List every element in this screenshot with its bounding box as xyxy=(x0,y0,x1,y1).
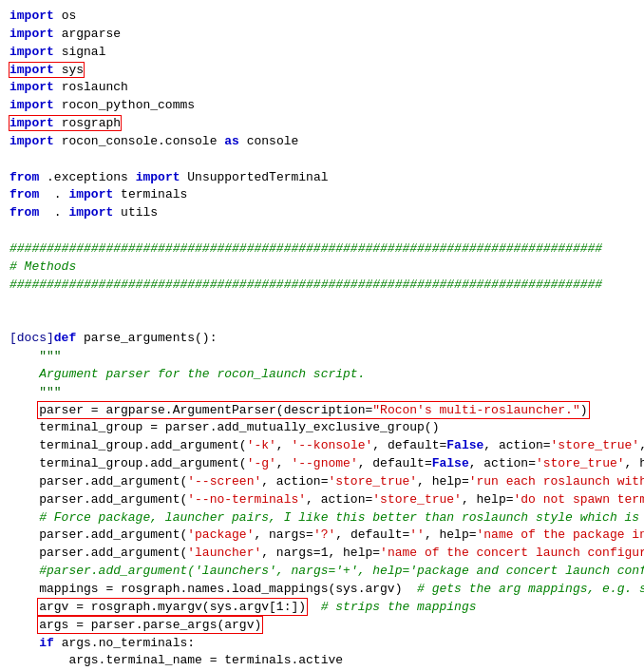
line-4: import sys xyxy=(9,62,635,80)
boxed-parser-line: parser = argparse.ArgumentParser(descrip… xyxy=(39,403,587,417)
docs-decorator: [docs] xyxy=(9,331,54,345)
line-14: ########################################… xyxy=(9,240,635,259)
line-30: parser.add_argument('package', nargs='?'… xyxy=(9,527,635,545)
line-blank-2 xyxy=(9,222,635,240)
line-2: import argparse xyxy=(9,26,635,44)
line-blank-4 xyxy=(9,312,635,330)
line-7: import rosgraph xyxy=(9,115,635,133)
keyword-import: import xyxy=(9,9,54,23)
line-10: from .exceptions import UnsupportedTermi… xyxy=(9,169,635,187)
line-8: import rocon_console.console as console xyxy=(9,133,635,151)
keyword-import: import xyxy=(9,45,54,59)
line-16: ########################################… xyxy=(9,277,635,295)
boxed-import-rosgraph: import rosgraph xyxy=(9,116,121,130)
line-24: terminal_group = parser.add_mutually_exc… xyxy=(9,419,635,437)
line-32: #parser.add_argument('launchers', nargs=… xyxy=(9,563,635,581)
line-6: import rocon_python_comms xyxy=(9,97,635,115)
line-15: # Methods xyxy=(9,259,635,277)
module-os: os xyxy=(62,9,77,23)
line-blank-3 xyxy=(9,295,635,313)
line-34: argv = rosgraph.myargv(sys.argv[1:]) # s… xyxy=(9,599,635,617)
line-27: parser.add_argument('--screen', action='… xyxy=(9,473,635,491)
line-blank-1 xyxy=(9,151,635,169)
boxed-argv-line: argv = rosgraph.myargv(sys.argv[1:]) xyxy=(39,600,306,614)
line-31: parser.add_argument('launcher', nargs=1,… xyxy=(9,545,635,563)
boxed-import-sys: import sys xyxy=(9,63,84,77)
module-signal: signal xyxy=(62,45,106,59)
line-20: """ xyxy=(9,348,635,366)
line-21: Argument parser for the rocon_launch scr… xyxy=(9,366,635,384)
code-editor: import os import argparse import signal … xyxy=(0,0,644,671)
line-1: import os xyxy=(9,8,635,26)
line-22: """ xyxy=(9,384,635,402)
line-3: import signal xyxy=(9,44,635,62)
line-25: terminal_group.add_argument('-k', '--kon… xyxy=(9,437,635,455)
boxed-args-line: args = parser.parse_args(argv) xyxy=(39,618,261,632)
keyword-import: import xyxy=(9,27,54,41)
line-35: args = parser.parse_args(argv) xyxy=(9,617,635,635)
line-23: parser = argparse.ArgumentParser(descrip… xyxy=(9,402,635,420)
line-29: # Force package, launcher pairs, I like … xyxy=(9,509,635,527)
line-33: mappings = rosgraph.names.load_mappings(… xyxy=(9,581,635,599)
line-26: terminal_group.add_argument('-g', '--gno… xyxy=(9,455,635,473)
line-28: parser.add_argument('--no-terminals', ac… xyxy=(9,491,635,509)
module-argparse: argparse xyxy=(62,27,121,41)
line-19: [docs]def parse_arguments(): xyxy=(9,330,635,348)
line-36: if args.no_terminals: xyxy=(9,635,635,653)
line-12: from . import utils xyxy=(9,204,635,222)
line-5: import roslaunch xyxy=(9,79,635,97)
line-37: args.terminal_name = terminals.active xyxy=(9,652,635,670)
line-11: from . import terminals xyxy=(9,186,635,204)
